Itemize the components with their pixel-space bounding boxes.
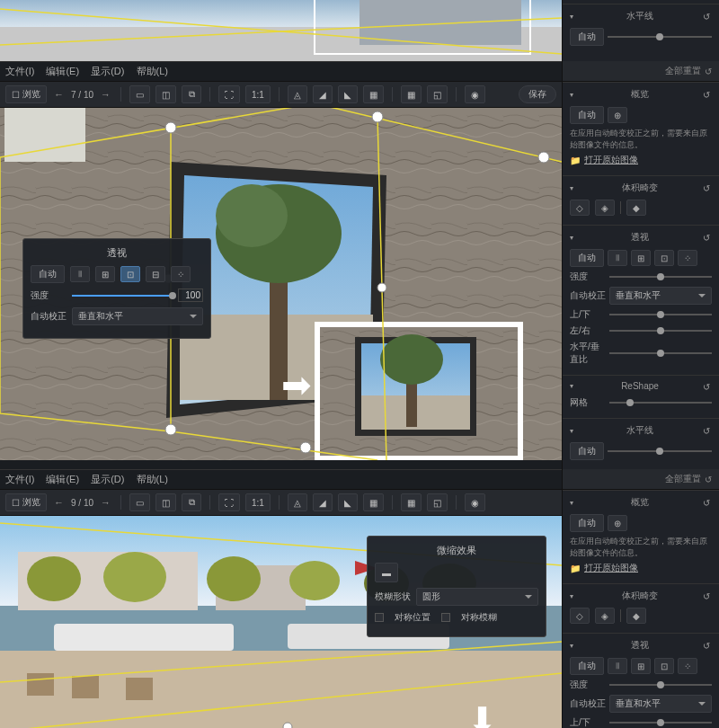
canvas-bottom[interactable]: ➡ 微缩效果 ▬ 模糊形状 圆形 对称位置 对称模糊 [0, 516, 562, 728]
tool-a-icon[interactable]: ◬ [288, 85, 307, 103]
vd-mode-1-icon[interactable]: ◇ [570, 608, 590, 624]
tool-b-icon[interactable]: ◢ [313, 85, 333, 103]
persp-auto-button[interactable]: 自动 [31, 265, 65, 283]
horizon-slider[interactable] [608, 36, 712, 38]
prev-arrow[interactable]: ← [52, 89, 66, 100]
crop-icon[interactable]: ◱ [427, 85, 448, 103]
persp-mode-2-icon[interactable]: ⊞ [95, 266, 115, 282]
view-single-icon[interactable]: ▭ [129, 85, 150, 103]
hvratio-slider[interactable] [609, 352, 712, 354]
reset-icon[interactable]: ↺ [703, 382, 712, 391]
menubar-bottom[interactable]: 文件(I) 编辑(E) 显示(D) 帮助(L) [0, 469, 562, 490]
browse-tab[interactable]: ☐ 浏览 [5, 493, 47, 511]
autocorrect-select[interactable]: 垂直和水平 [72, 307, 203, 325]
persp-mode-3-icon[interactable]: ⊡ [120, 266, 140, 282]
canvas-middle[interactable]: ➡ 透视 自动 ⦀ ⊞ ⊡ ⊟ ⁘ 强度 100 [0, 108, 562, 460]
pmode-4-icon[interactable]: ⁘ [678, 658, 697, 674]
fit-icon[interactable]: ⛶ [218, 493, 240, 511]
pmode-3-icon[interactable]: ⊡ [654, 658, 674, 674]
updown-slider-b[interactable] [609, 722, 712, 724]
mask-icon[interactable]: ◉ [465, 493, 485, 511]
updown-slider[interactable] [609, 314, 712, 315]
horizon-auto-button[interactable]: 自动 [570, 442, 604, 460]
mask-icon[interactable]: ◉ [465, 85, 485, 103]
canvas-top[interactable] [0, 0, 562, 61]
overview-auto-button[interactable]: 自动 [570, 106, 604, 124]
view-compare-icon[interactable]: ⧉ [182, 85, 201, 103]
tool-d-icon[interactable]: ▦ [363, 493, 384, 511]
reset-icon[interactable]: ↺ [703, 641, 712, 650]
ratio-1-1[interactable]: 1:1 [245, 85, 271, 103]
menu-edit[interactable]: 编辑(E) [46, 474, 79, 484]
side-autocorrect-select[interactable]: 垂直和水平 [609, 287, 712, 305]
view-split-icon[interactable]: ◫ [155, 493, 176, 511]
ratio-1-1[interactable]: 1:1 [245, 493, 271, 511]
persp-mode-4-icon[interactable]: ⊟ [146, 266, 165, 282]
pmode-4-icon[interactable]: ⁘ [678, 250, 697, 266]
open-original-link[interactable]: 打开原始图像 [584, 154, 638, 166]
view-compare-icon[interactable]: ⧉ [182, 493, 201, 511]
menu-edit[interactable]: 编辑(E) [46, 66, 79, 76]
reset-icon[interactable]: ↺ [703, 12, 712, 21]
next-arrow[interactable]: → [99, 89, 112, 100]
panel-perspective[interactable]: 透视 自动 ⦀ ⊞ ⊡ ⊟ ⁘ 强度 100 自 [22, 238, 211, 339]
sym-pos-checkbox[interactable] [375, 613, 384, 622]
menu-file[interactable]: 文件(I) [5, 66, 34, 76]
reset-icon[interactable]: ↺ [703, 183, 712, 192]
blur-toggle-icon[interactable]: ▬ [375, 563, 398, 582]
pmode-2-icon[interactable]: ⊞ [631, 250, 651, 266]
intensity-value[interactable]: 100 [178, 289, 203, 302]
fit-icon[interactable]: ⛶ [218, 85, 240, 103]
persp-side-auto-button[interactable]: 自动 [570, 249, 604, 267]
save-button[interactable]: 保存 [519, 85, 556, 103]
side-intensity-slider-b[interactable] [609, 684, 712, 686]
auto-button[interactable]: 自动 [570, 28, 604, 46]
panel-miniature[interactable]: 微缩效果 ▬ 模糊形状 圆形 对称位置 对称模糊 [367, 536, 546, 637]
leftright-slider[interactable] [609, 330, 712, 332]
target-icon[interactable]: ⊕ [608, 107, 627, 123]
menu-view[interactable]: 显示(D) [91, 474, 124, 484]
pmode-2-icon[interactable]: ⊞ [631, 658, 651, 674]
open-original-link-b[interactable]: 打开原始图像 [584, 562, 638, 574]
target-icon[interactable]: ⊕ [608, 515, 627, 531]
reset-icon[interactable]: ↺ [703, 90, 712, 99]
browse-tab[interactable]: ☐ 浏览 [5, 85, 47, 103]
menu-help[interactable]: 帮助(L) [137, 66, 168, 76]
reset-all-icon[interactable]: ↺ [705, 475, 712, 484]
tool-c-icon[interactable]: ◣ [338, 85, 358, 103]
pmode-1-icon[interactable]: ⦀ [608, 658, 627, 674]
vd-mode-1-icon[interactable]: ◇ [570, 200, 590, 216]
grid-slider[interactable] [609, 402, 712, 404]
reset-icon[interactable]: ↺ [703, 591, 712, 600]
reset-icon[interactable]: ↺ [703, 233, 712, 242]
grid-icon[interactable]: ▦ [401, 85, 422, 103]
overview-auto-button-b[interactable]: 自动 [570, 514, 604, 532]
pmode-3-icon[interactable]: ⊡ [654, 250, 674, 266]
persp-side-auto-button-b[interactable]: 自动 [570, 657, 604, 675]
view-split-icon[interactable]: ◫ [155, 85, 176, 103]
vd-mode-2-icon[interactable]: ◈ [595, 608, 615, 624]
vd-mode-3-icon[interactable]: ◆ [626, 608, 646, 624]
grid-icon[interactable]: ▦ [401, 493, 422, 511]
reset-all-icon[interactable]: ↺ [705, 67, 712, 76]
reset-icon[interactable]: ↺ [703, 498, 712, 507]
blur-shape-select[interactable]: 圆形 [416, 588, 538, 606]
pmode-1-icon[interactable]: ⦀ [608, 250, 627, 266]
side-horizon-slider[interactable] [608, 450, 712, 452]
menu-file[interactable]: 文件(I) [5, 474, 34, 484]
vd-mode-2-icon[interactable]: ◈ [595, 200, 615, 216]
prev-arrow[interactable]: ← [52, 497, 66, 508]
tool-d-icon[interactable]: ▦ [363, 85, 384, 103]
persp-mode-5-icon[interactable]: ⁘ [171, 266, 191, 282]
vd-mode-3-icon[interactable]: ◆ [626, 200, 646, 216]
menu-view[interactable]: 显示(D) [91, 66, 124, 76]
side-intensity-slider[interactable] [609, 276, 712, 278]
tool-c-icon[interactable]: ◣ [338, 493, 358, 511]
menubar[interactable]: 文件(I) 编辑(E) 显示(D) 帮助(L) [0, 61, 562, 82]
intensity-slider[interactable] [72, 295, 173, 297]
side-autocorrect-select-b[interactable]: 垂直和水平 [609, 695, 712, 713]
reset-icon[interactable]: ↺ [703, 426, 712, 435]
next-arrow[interactable]: → [99, 497, 112, 508]
view-single-icon[interactable]: ▭ [129, 493, 150, 511]
sym-blur-checkbox[interactable] [441, 613, 450, 622]
